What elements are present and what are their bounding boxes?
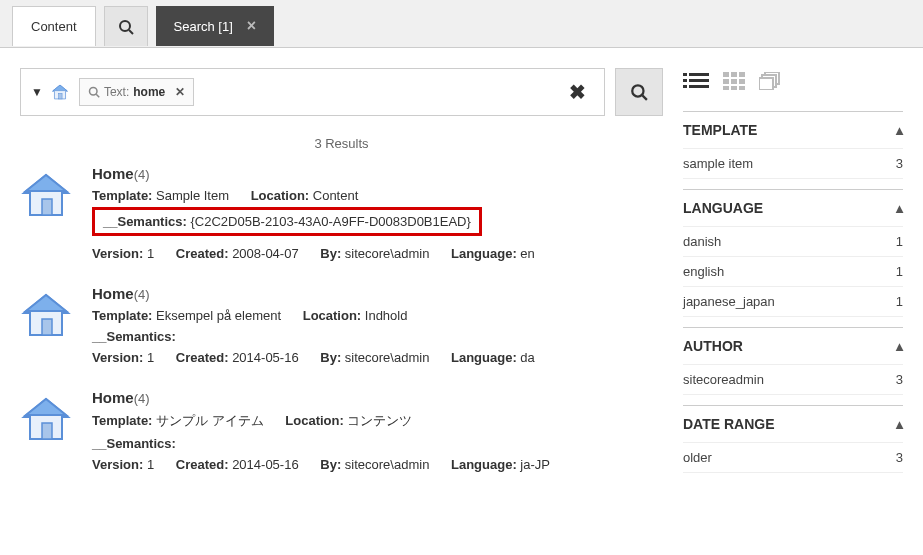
facet-item-name: english (683, 264, 724, 279)
result-count: (4) (134, 391, 150, 406)
view-switcher (683, 72, 903, 93)
facet-item-count: 1 (896, 294, 903, 309)
svg-rect-16 (739, 79, 745, 84)
chevron-up-icon: ▴ (896, 416, 903, 432)
chevron-up-icon: ▴ (896, 200, 903, 216)
facet-item-name: older (683, 450, 712, 465)
facet-item-count: 1 (896, 264, 903, 279)
home-icon[interactable] (51, 83, 69, 101)
facet-title: DATE RANGE (683, 416, 775, 432)
svg-rect-11 (723, 72, 729, 77)
svg-rect-15 (731, 79, 737, 84)
svg-rect-5 (683, 73, 687, 76)
results-count: 3 Results (20, 136, 663, 151)
facet-item-name: sample item (683, 156, 753, 171)
facet-item-name: japanese_japan (683, 294, 775, 309)
facet-item[interactable]: sitecoreadmin3 (683, 365, 903, 395)
chip-remove-icon[interactable]: ✕ (175, 85, 185, 99)
facet-item-count: 1 (896, 234, 903, 249)
result-detail-line: Version: 1 Created: 2014-05-16 By: sitec… (92, 350, 663, 365)
svg-rect-22 (759, 78, 773, 90)
svg-rect-17 (723, 86, 729, 90)
result-title[interactable]: Home (92, 285, 134, 302)
tab-content-label: Content (31, 19, 77, 34)
result-detail-line: Version: 1 Created: 2014-05-16 By: sitec… (92, 457, 663, 472)
svg-rect-7 (683, 79, 687, 82)
chip-value: home (133, 85, 165, 99)
result-title[interactable]: Home (92, 389, 134, 406)
svg-rect-13 (739, 72, 745, 77)
tab-search-label: Search [1] (174, 19, 233, 34)
search-result[interactable]: Home(4) Template: サンプル アイテム Location: コン… (20, 389, 663, 472)
facet-item-name: sitecoreadmin (683, 372, 764, 387)
view-grid-icon[interactable] (723, 72, 745, 93)
svg-rect-6 (689, 73, 709, 76)
result-meta-line: Template: Eksempel på element Location: … (92, 308, 663, 323)
svg-rect-14 (723, 79, 729, 84)
view-card-icon[interactable] (759, 72, 781, 93)
semantics-label: __Semantics: (92, 436, 176, 451)
result-meta-line: Template: Sample Item Location: Content (92, 188, 663, 203)
facet-item-count: 3 (896, 156, 903, 171)
facet-item-count: 3 (896, 450, 903, 465)
facet-item-count: 3 (896, 372, 903, 387)
svg-rect-18 (731, 86, 737, 90)
home-icon (20, 169, 72, 221)
semantics-line: __Semantics: (92, 329, 663, 344)
clear-search-icon[interactable]: ✖ (569, 80, 586, 104)
chip-label: Text: (104, 85, 129, 99)
chevron-up-icon: ▴ (896, 338, 903, 354)
facet-header[interactable]: TEMPLATE ▴ (683, 111, 903, 149)
svg-rect-8 (689, 79, 709, 82)
result-meta-line: Template: サンプル アイテム Location: コンテンツ (92, 412, 663, 430)
facet-item[interactable]: japanese_japan1 (683, 287, 903, 317)
facet-header[interactable]: AUTHOR ▴ (683, 327, 903, 365)
facet-item[interactable]: danish1 (683, 227, 903, 257)
facet-item[interactable]: sample item3 (683, 149, 903, 179)
facet-title: TEMPLATE (683, 122, 757, 138)
search-input-container: ▼ Text: home ✕ ✖ (20, 68, 605, 116)
facet-date_range: DATE RANGE ▴ older3 (683, 405, 903, 473)
svg-rect-9 (683, 85, 687, 88)
facet-author: AUTHOR ▴ sitecoreadmin3 (683, 327, 903, 395)
tab-bar: Content Search [1] × (0, 0, 923, 48)
filter-chip-text[interactable]: Text: home ✕ (79, 78, 194, 106)
semantics-value: {C2C2D05B-2103-43A0-A9FF-D0083D0B1EAD} (190, 214, 470, 229)
facet-title: AUTHOR (683, 338, 743, 354)
tab-search-results[interactable]: Search [1] × (156, 6, 275, 46)
svg-rect-19 (739, 86, 745, 90)
facet-title: LANGUAGE (683, 200, 763, 216)
home-icon (20, 289, 72, 341)
svg-rect-10 (689, 85, 709, 88)
facet-item[interactable]: older3 (683, 443, 903, 473)
view-list-icon[interactable] (683, 72, 709, 93)
search-icon (88, 86, 100, 98)
facet-item[interactable]: english1 (683, 257, 903, 287)
result-detail-line: Version: 1 Created: 2008-04-07 By: sitec… (92, 246, 663, 261)
chevron-up-icon: ▴ (896, 122, 903, 138)
semantics-highlight-box: __Semantics: {C2C2D05B-2103-43A0-A9FF-D0… (92, 207, 482, 236)
result-count: (4) (134, 287, 150, 302)
facet-header[interactable]: LANGUAGE ▴ (683, 189, 903, 227)
semantics-label: __Semantics: (92, 329, 176, 344)
svg-rect-12 (731, 72, 737, 77)
result-count: (4) (134, 167, 150, 182)
search-result[interactable]: Home(4) Template: Sample Item Location: … (20, 165, 663, 261)
facet-header[interactable]: DATE RANGE ▴ (683, 405, 903, 443)
dropdown-caret-icon[interactable]: ▼ (31, 85, 43, 99)
tab-search-icon[interactable] (104, 6, 148, 46)
facet-language: LANGUAGE ▴ danish1english1japanese_japan… (683, 189, 903, 317)
search-result[interactable]: Home(4) Template: Eksempel på element Lo… (20, 285, 663, 365)
facet-item-name: danish (683, 234, 721, 249)
search-icon (118, 19, 134, 35)
result-title[interactable]: Home (92, 165, 134, 182)
facet-template: TEMPLATE ▴ sample item3 (683, 111, 903, 179)
search-button[interactable] (615, 68, 663, 116)
close-icon[interactable]: × (247, 17, 256, 35)
semantics-line: __Semantics: (92, 436, 663, 451)
tab-content[interactable]: Content (12, 6, 96, 46)
home-icon (20, 393, 72, 445)
semantics-label: __Semantics: (103, 214, 187, 229)
search-icon (630, 83, 648, 101)
